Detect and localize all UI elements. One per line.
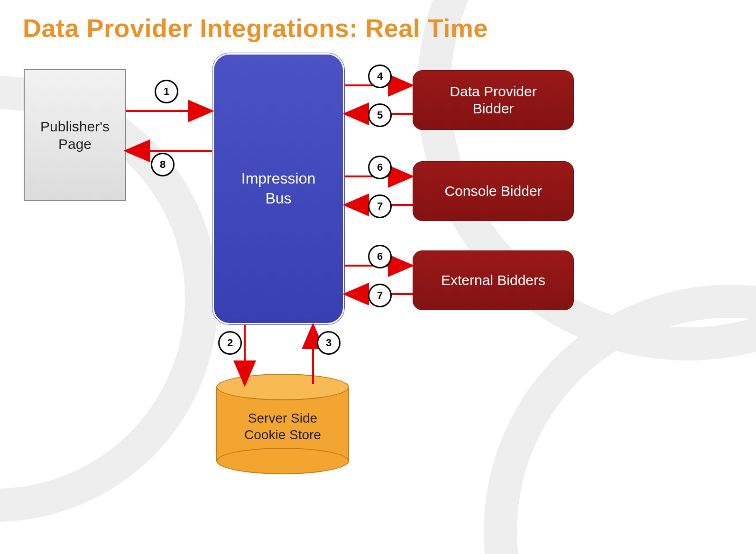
- step-badge-8: 8: [151, 153, 175, 176]
- node-label: Server Side Cookie Store: [216, 410, 349, 443]
- step-badge-7: 7: [368, 194, 392, 218]
- cylinder-top: [216, 374, 349, 400]
- bg-ring: [484, 285, 756, 554]
- node-impression-bus: Impression Bus: [212, 53, 344, 324]
- node-label: Console Bidder: [444, 183, 542, 200]
- node-console-bidder: Console Bidder: [413, 161, 574, 221]
- step-badge-4: 4: [368, 65, 392, 88]
- node-label: External Bidders: [441, 272, 545, 289]
- step-badge-2: 2: [218, 331, 242, 355]
- step-badge-7: 7: [368, 284, 392, 307]
- step-badge-5: 5: [368, 103, 392, 127]
- cylinder-bottom: [216, 448, 349, 474]
- node-label: Impression Bus: [241, 169, 316, 208]
- node-external-bidders: External Bidders: [413, 250, 574, 310]
- node-label: Data Provider Bidder: [450, 83, 536, 117]
- page-title: Data Provider Integrations: Real Time: [23, 13, 488, 43]
- step-badge-3: 3: [317, 331, 341, 355]
- node-cookie-store: Server Side Cookie Store: [216, 374, 349, 474]
- node-publisher-page: Publisher's Page: [24, 69, 126, 201]
- step-badge-6: 6: [368, 156, 392, 179]
- node-data-provider-bidder: Data Provider Bidder: [413, 70, 574, 130]
- step-badge-1: 1: [155, 80, 178, 103]
- step-badge-6: 6: [368, 245, 392, 268]
- node-label: Publisher's Page: [40, 118, 110, 153]
